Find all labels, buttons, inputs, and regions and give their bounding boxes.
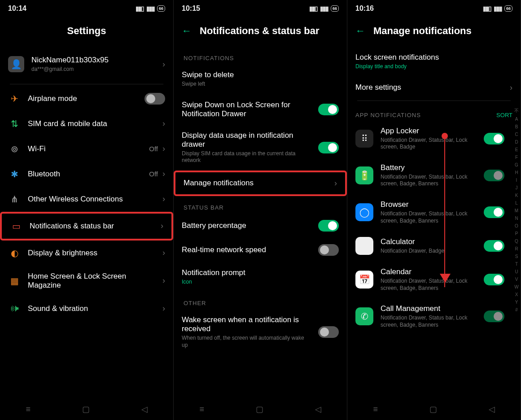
home-icon[interactable]: ▢ [429, 404, 437, 414]
recent-icon[interactable]: ≡ [26, 405, 31, 414]
chevron-right-icon: › [510, 83, 512, 92]
back-icon[interactable]: ◁ [315, 404, 321, 414]
back-icon[interactable]: ◁ [489, 404, 495, 414]
settings-item-airplane[interactable]: ✈ Airplane mode [0, 86, 173, 111]
index-letter[interactable]: L [515, 201, 518, 206]
index-letter[interactable]: R [515, 246, 518, 251]
row-datausage[interactable]: Display data usage in notification drawe… [174, 125, 347, 171]
more-settings-row[interactable]: More settings › [347, 77, 521, 99]
row-lockswipe[interactable]: Swipe Down on Lock Screen for Notificati… [174, 94, 347, 125]
row-wake[interactable]: Wake screen when a notification is recei… [174, 309, 347, 355]
toggle-switch[interactable] [144, 93, 165, 105]
lock-screen-row[interactable]: Lock screen notifications Display title … [347, 47, 521, 77]
toggle-switch[interactable] [318, 142, 339, 153]
app-row-calc[interactable]: ∷ Calculator Notification Drawer, Badge [347, 231, 521, 261]
index-letter[interactable]: V [515, 277, 518, 282]
index-letter[interactable]: K [515, 193, 518, 198]
index-letter[interactable]: W [514, 284, 518, 289]
app-name: Battery [381, 163, 477, 172]
status-bar: 10:16 ▮▮▯ ▮▮▮ 66 [347, 0, 521, 13]
settings-item-notif[interactable]: ▭ Notifications & status bar › [0, 212, 173, 241]
settings-item-other[interactable]: ⋔ Other Wireless Connections › [0, 187, 173, 212]
notif-icon: ▭ [10, 220, 22, 232]
index-letter[interactable]: P [515, 231, 518, 236]
alpha-index[interactable]: 不ABCDEFGHIJKLMNOPQRSTUVWXY# [514, 108, 519, 393]
toggle-switch[interactable] [484, 311, 504, 322]
notifications-screen: 10:15 ▮▮▯ ▮▮▮ 66 ← Notifications & statu… [174, 0, 347, 420]
index-letter[interactable]: E [515, 147, 518, 152]
signal-icon: ▮▮▮ [494, 5, 502, 12]
back-icon[interactable]: ◁ [141, 404, 148, 414]
settings-item-wifi[interactable]: ⊚ Wi-Fi Off› [0, 136, 173, 162]
app-subtitle: Notification Drawer, Status bar, Lock sc… [381, 174, 477, 188]
settings-item-home[interactable]: ▦ Home Screen & Lock Screen Magazine › [0, 266, 173, 296]
row-speed[interactable]: Real-time network speed [174, 238, 347, 262]
index-letter[interactable]: 不 [514, 108, 519, 114]
app-row-call[interactable]: ✆ Call Management Notification Drawer, S… [347, 298, 521, 335]
home-icon: ▦ [8, 275, 21, 287]
index-letter[interactable]: U [515, 269, 518, 274]
toggle-switch[interactable] [484, 133, 504, 144]
row-prompt[interactable]: Notification prompt Icon [174, 262, 347, 292]
index-letter[interactable]: Y [515, 300, 518, 305]
settings-item-display[interactable]: ◐ Display & brightness › [0, 241, 173, 266]
toggle-switch[interactable] [318, 326, 339, 338]
signal-icon: ▮▮▯ [309, 5, 317, 12]
toggle-switch[interactable] [484, 240, 504, 252]
index-letter[interactable]: T [515, 262, 518, 267]
index-letter[interactable]: H [515, 170, 518, 175]
settings-item-sim[interactable]: ⇅ SIM card & mobile data › [0, 111, 173, 136]
back-arrow-icon[interactable]: ← [355, 25, 365, 37]
index-letter[interactable]: B [515, 124, 518, 129]
app-name: Browser [381, 200, 477, 209]
home-icon[interactable]: ▢ [82, 404, 90, 414]
index-letter[interactable]: X [515, 292, 518, 297]
index-letter[interactable]: S [515, 254, 518, 259]
row-subtitle: When turned off, the screen will automat… [182, 335, 311, 349]
app-row-battery[interactable]: 🔋 Battery Notification Drawer, Status ba… [347, 157, 521, 194]
index-letter[interactable]: O [515, 223, 518, 228]
chevron-right-icon: › [162, 119, 165, 128]
status-icons: ▮▮▯ ▮▮▮ 66 [309, 5, 339, 12]
row-value: Off [149, 170, 158, 178]
back-arrow-icon[interactable]: ← [182, 25, 192, 37]
display-icon: ◐ [8, 247, 21, 259]
index-letter[interactable]: G [515, 162, 518, 167]
toggle-switch[interactable] [318, 244, 339, 256]
index-letter[interactable]: J [516, 185, 518, 190]
sort-button[interactable]: SORT [496, 112, 512, 118]
profile-row[interactable]: 👤 NickName011b303x95 da***@gmail.com › [0, 47, 173, 82]
toggle-switch[interactable] [484, 170, 504, 181]
row-label: Sound & vibration [28, 304, 155, 313]
manage-notifications-screen: 10:16 ▮▮▯ ▮▮▮ 66 ← Manage notifications … [347, 0, 521, 420]
index-letter[interactable]: D [515, 140, 518, 144]
toggle-switch[interactable] [484, 206, 504, 218]
chevron-right-icon: › [162, 169, 165, 179]
app-row-applocker[interactable]: ⠿ App Locker Notification Drawer, Status… [347, 120, 521, 157]
index-letter[interactable]: M [515, 208, 518, 213]
home-icon[interactable]: ▢ [256, 404, 263, 414]
row-label: Airplane mode [28, 94, 137, 103]
index-letter[interactable]: N [515, 216, 518, 221]
settings-item-bt[interactable]: ✱ Bluetooth Off› [0, 162, 173, 187]
index-letter[interactable]: A [515, 117, 518, 122]
toggle-switch[interactable] [484, 274, 504, 285]
index-letter[interactable]: I [516, 178, 517, 183]
row-label: Bluetooth [28, 170, 142, 179]
section-label: APP NOTIFICATIONS [355, 112, 489, 118]
toggle-switch[interactable] [318, 104, 339, 115]
row-batt[interactable]: Battery percentage [174, 214, 347, 238]
app-row-browser[interactable]: ◯ Browser Notification Drawer, Status ba… [347, 194, 521, 231]
row-swipe[interactable]: Swipe to delete Swipe left [174, 64, 347, 94]
section-label: NOTIFICATIONS [174, 47, 347, 64]
index-letter[interactable]: F [515, 155, 518, 160]
toggle-switch[interactable] [318, 220, 339, 232]
settings-item-sound[interactable]: 🕪 Sound & vibration › [0, 296, 173, 321]
app-row-calendar[interactable]: 📅 Calendar Notification Drawer, Status b… [347, 261, 521, 298]
recent-icon[interactable]: ≡ [373, 405, 378, 414]
index-letter[interactable]: Q [515, 239, 518, 244]
recent-icon[interactable]: ≡ [199, 405, 204, 414]
index-letter[interactable]: # [515, 307, 518, 312]
row-manage[interactable]: Manage notifications › [174, 171, 347, 196]
index-letter[interactable]: C [515, 132, 518, 137]
